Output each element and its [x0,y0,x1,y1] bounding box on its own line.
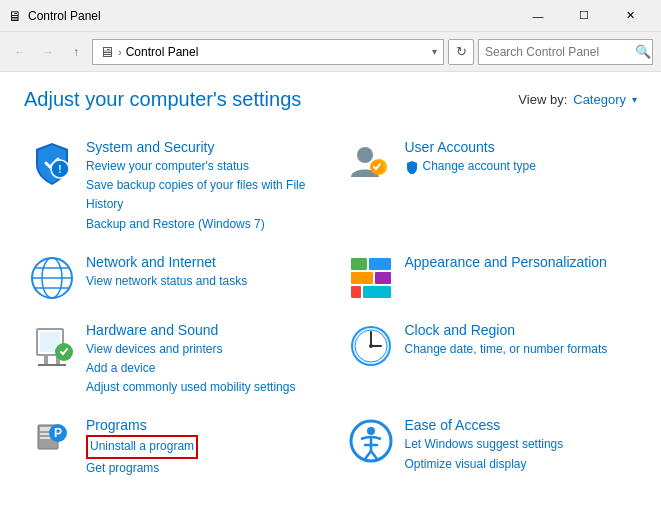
system-content: System and Security Review your computer… [86,139,315,234]
back-button[interactable]: ← [8,40,32,64]
network-internet-icon [28,254,76,302]
category-system: ! System and Security Review your comput… [24,131,319,242]
svg-point-36 [367,427,375,435]
svg-rect-21 [38,364,66,366]
svg-rect-32 [40,437,50,439]
svg-rect-19 [44,356,48,364]
system-title[interactable]: System and Security [86,139,315,155]
clock-region-icon [347,322,395,370]
user-icon [347,139,395,187]
categories-grid: ! System and Security Review your comput… [24,131,637,486]
clock-content: Clock and Region Change date, time, or n… [405,322,634,359]
category-user: User Accounts Change account type [343,131,638,242]
category-network: Network and Internet View network status… [24,246,319,310]
breadcrumb[interactable]: 🖥 › Control Panel ▾ [92,39,444,65]
svg-rect-12 [351,272,373,284]
hardware-link-2[interactable]: Add a device [86,359,315,378]
category-programs: P Programs Uninstall a program Get progr… [24,409,319,485]
programs-content: Programs Uninstall a program Get program… [86,417,315,477]
viewby-value[interactable]: Category [573,92,626,107]
svg-line-40 [371,451,377,459]
viewby-control: View by: Category ▾ [518,92,637,107]
maximize-button[interactable]: ☐ [561,0,607,32]
system-link-1[interactable]: Review your computer's status [86,157,315,176]
svg-text:P: P [54,426,62,440]
svg-rect-13 [375,272,391,284]
main-header: Adjust your computer's settings View by:… [24,88,637,111]
network-title[interactable]: Network and Internet [86,254,315,270]
user-content: User Accounts Change account type [405,139,634,176]
network-links: View network status and tasks [86,272,315,291]
user-links: Change account type [405,157,634,176]
hardware-link-1[interactable]: View devices and printers [86,340,315,359]
svg-rect-11 [369,258,391,270]
svg-rect-14 [351,286,361,298]
viewby-arrow-icon[interactable]: ▾ [632,94,637,105]
user-accounts-icon [347,139,395,187]
svg-line-39 [365,451,371,459]
main-content: Adjust your computer's settings View by:… [0,72,661,502]
appearance-personalization-icon [347,254,395,302]
up-button[interactable]: ↑ [64,40,88,64]
network-link-1[interactable]: View network status and tasks [86,272,315,291]
hardware-icon [28,322,76,370]
forward-button[interactable]: → [36,40,60,64]
programs-links: Uninstall a program Get programs [86,435,315,477]
system-security-icon: ! [28,139,76,187]
page-title: Adjust your computer's settings [24,88,301,111]
system-icon: ! [28,139,76,187]
viewby-label: View by: [518,92,567,107]
breadcrumb-separator: › [118,46,122,58]
svg-point-2 [357,147,373,163]
titlebar-title: Control Panel [28,9,515,23]
user-title[interactable]: User Accounts [405,139,634,155]
breadcrumb-dropdown-icon[interactable]: ▾ [432,46,437,57]
appearance-title[interactable]: Appearance and Personalization [405,254,634,270]
ease-links: Let Windows suggest settings Optimize vi… [405,435,634,473]
hardware-sound-icon [28,322,76,370]
hardware-title[interactable]: Hardware and Sound [86,322,315,338]
ease-icon [347,417,395,465]
breadcrumb-folder-icon: 🖥 [99,43,114,60]
programs-icon: P [28,417,76,465]
appearance-content: Appearance and Personalization [405,254,634,272]
system-links: Review your computer's status Save backu… [86,157,315,234]
network-icon [28,254,76,302]
hardware-link-3[interactable]: Adjust commonly used mobility settings [86,378,315,397]
svg-rect-10 [351,258,367,270]
programs-title[interactable]: Programs [86,417,315,433]
close-button[interactable]: ✕ [607,0,653,32]
shield-small-icon [405,160,419,174]
hardware-content: Hardware and Sound View devices and prin… [86,322,315,398]
programs-icon-svg: P [28,417,76,465]
ease-title[interactable]: Ease of Access [405,417,634,433]
category-hardware: Hardware and Sound View devices and prin… [24,314,319,406]
titlebar-icon: 🖥 [8,8,22,24]
network-content: Network and Internet View network status… [86,254,315,291]
category-ease: Ease of Access Let Windows suggest setti… [343,409,638,485]
ease-content: Ease of Access Let Windows suggest setti… [405,417,634,473]
minimize-button[interactable]: — [515,0,561,32]
ease-link-2[interactable]: Optimize visual display [405,455,634,474]
ease-link-1[interactable]: Let Windows suggest settings [405,435,634,454]
refresh-button[interactable]: ↻ [448,39,474,65]
addressbar: ← → ↑ 🖥 › Control Panel ▾ ↻ 🔍 [0,32,661,72]
svg-text:!: ! [58,164,61,175]
system-link-2[interactable]: Save backup copies of your files with Fi… [86,176,315,214]
programs-link-get[interactable]: Get programs [86,459,315,478]
search-input[interactable] [485,45,635,59]
ease-of-access-icon [347,417,395,465]
system-link-3[interactable]: Backup and Restore (Windows 7) [86,215,315,234]
clock-title[interactable]: Clock and Region [405,322,634,338]
user-link-1[interactable]: Change account type [423,157,536,176]
titlebar-controls: — ☐ ✕ [515,0,653,32]
svg-point-28 [369,344,373,348]
breadcrumb-text: Control Panel [126,45,199,59]
clock-icon [347,322,395,370]
appearance-icon [347,254,395,302]
programs-link-uninstall[interactable]: Uninstall a program [86,435,198,458]
category-appearance: Appearance and Personalization [343,246,638,310]
svg-rect-15 [363,286,391,298]
clock-link-1[interactable]: Change date, time, or number formats [405,340,634,359]
search-box: 🔍 [478,39,653,65]
